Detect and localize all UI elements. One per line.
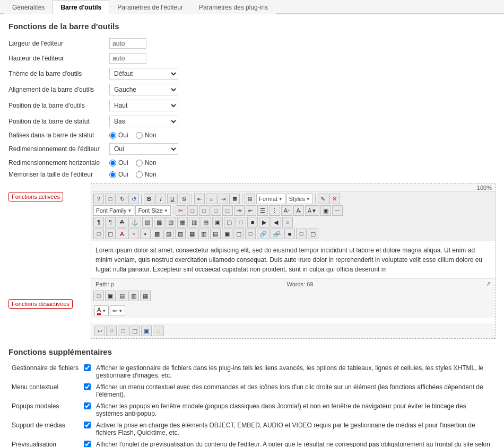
btn-r4-4[interactable]: ▫ <box>128 229 139 239</box>
btn-r4-17[interactable]: □ <box>296 229 307 239</box>
btn-special[interactable]: ▤ <box>245 194 255 204</box>
feature-check-0[interactable] <box>82 363 93 381</box>
feature-check-1[interactable] <box>82 382 93 400</box>
btn-img[interactable]: ☘ <box>117 217 127 227</box>
btn-paste3[interactable]: □ <box>222 205 233 216</box>
btn-paste1[interactable]: □ <box>199 205 210 216</box>
dropdown-styles[interactable]: Styles ▼ <box>286 194 313 204</box>
btn-edit[interactable]: ✎ <box>318 194 328 204</box>
btn-flash[interactable]: ○ <box>282 217 293 227</box>
btn-r4-3[interactable]: A <box>117 229 127 239</box>
tab-barre-outils[interactable]: Barre d'outils <box>53 0 109 14</box>
btn-d4[interactable]: ▥ <box>128 291 139 301</box>
feature-check-2[interactable] <box>82 401 93 419</box>
btn-d5[interactable]: ▦ <box>140 291 151 301</box>
btn-r4-12[interactable]: ▣ <box>222 229 232 239</box>
feature-check-4[interactable] <box>82 439 93 447</box>
feature-checkbox-2[interactable] <box>84 402 91 409</box>
btn-r4-9[interactable]: ▦ <box>187 229 197 239</box>
btn-paste2[interactable]: □ <box>211 205 221 216</box>
btn-link[interactable]: 🔗 <box>257 229 270 239</box>
tab-params-plugins[interactable]: Paramètres des plug-ins <box>191 0 276 14</box>
btn-list-ol[interactable]: ☰ <box>257 205 268 216</box>
btn-italic[interactable]: I <box>155 194 166 204</box>
btn-table5[interactable]: ▥ <box>189 217 199 227</box>
btn-list-ul[interactable]: ⋮ <box>269 205 280 216</box>
btn-b4[interactable]: ▢ <box>129 326 140 336</box>
btn-copy[interactable]: □ <box>187 205 198 216</box>
btn-media[interactable]: ▶ <box>259 217 270 227</box>
btn-align-justify[interactable]: ≣ <box>229 194 240 204</box>
feature-check-3[interactable] <box>82 420 93 438</box>
radio-balises-non[interactable]: Non <box>136 132 157 139</box>
radio-mem-non[interactable]: Non <box>136 171 157 178</box>
dropdown-font-size[interactable]: Font Size ▼ <box>135 205 170 216</box>
input-hauteur[interactable] <box>109 53 146 64</box>
feature-checkbox-4[interactable] <box>84 441 91 447</box>
btn-b1[interactable]: ↩ <box>94 326 105 336</box>
radio-input-redim-horiz-oui[interactable] <box>109 160 116 166</box>
btn-d1[interactable]: □ <box>93 291 104 301</box>
dropdown-bg-color[interactable]: ✏ ▼ <box>110 305 125 316</box>
btn-table1[interactable]: ▨ <box>142 217 153 227</box>
btn-b2[interactable]: ⚐ <box>106 326 117 336</box>
select-theme[interactable]: Défaut <box>109 68 178 80</box>
btn-para2[interactable]: ¶ <box>105 217 116 227</box>
btn-anchor[interactable]: ⚓ <box>128 217 141 227</box>
btn-outdent[interactable]: ⇤ <box>246 205 256 216</box>
btn-d3[interactable]: ▤ <box>117 291 127 301</box>
btn-special2[interactable]: ▣ <box>320 205 331 216</box>
btn-r4-2[interactable]: ▢ <box>105 229 116 239</box>
tab-generalites[interactable]: Généralités <box>4 0 53 14</box>
btn-cut[interactable]: ✂ <box>176 205 186 216</box>
btn-superscript[interactable]: A+ <box>281 205 292 216</box>
radio-input-mem-oui[interactable] <box>109 171 116 178</box>
select-redim[interactable]: Oui <box>109 143 178 155</box>
tab-params-editeur[interactable]: Paramètres de l'éditeur <box>109 0 191 14</box>
btn-b5[interactable]: ▣ <box>141 326 152 336</box>
btn-b6[interactable]: ☺ <box>153 326 164 336</box>
btn-r4-5[interactable]: ▪ <box>140 229 151 239</box>
radio-mem-oui[interactable]: Oui <box>109 171 128 178</box>
btn-movie[interactable]: ◀ <box>271 217 281 227</box>
select-position-statut[interactable]: Bas <box>109 116 178 127</box>
btn-indent[interactable]: ⇥ <box>234 205 245 216</box>
btn-r4-7[interactable]: ▨ <box>163 229 174 239</box>
btn-table3[interactable]: ▧ <box>166 217 176 227</box>
btn-undo[interactable]: ↻ <box>117 194 127 204</box>
btn-table6[interactable]: ▤ <box>201 217 211 227</box>
btn-remove[interactable]: ✕ <box>329 194 340 204</box>
btn-bold[interactable]: B <box>144 194 154 204</box>
btn-newdoc[interactable]: □ <box>105 194 116 204</box>
btn-table8[interactable]: ▢ <box>224 217 234 227</box>
select-alignement[interactable]: Gauche <box>109 84 178 95</box>
radio-redim-horiz-non[interactable]: Non <box>136 159 157 166</box>
btn-align-center[interactable]: ≡ <box>206 194 216 204</box>
radio-balises-oui[interactable]: Oui <box>109 132 128 139</box>
editor-resize-handle[interactable]: ↗ <box>486 281 491 287</box>
btn-r4-16[interactable]: ■ <box>284 229 295 239</box>
dropdown-format[interactable]: Format ▼ <box>256 194 285 204</box>
btn-table10[interactable]: ■ <box>247 217 258 227</box>
btn-align-left[interactable]: ⇤ <box>194 194 205 204</box>
feature-checkbox-0[interactable] <box>84 364 91 371</box>
btn-align-right[interactable]: ⇥ <box>218 194 228 204</box>
editor-content[interactable]: Lorem ipsum dolor sit amet, consectetur … <box>91 241 495 279</box>
select-position-barre[interactable]: Haut <box>109 100 178 111</box>
btn-help[interactable]: ? <box>93 194 104 204</box>
btn-subscript[interactable]: A- <box>293 205 304 216</box>
btn-d2[interactable]: ▣ <box>105 291 116 301</box>
btn-r4-8[interactable]: ▧ <box>175 229 186 239</box>
radio-input-balises-oui[interactable] <box>109 132 116 139</box>
btn-hr[interactable]: — <box>332 205 343 216</box>
btn-r4-18[interactable]: ▢ <box>308 229 318 239</box>
feature-checkbox-3[interactable] <box>84 422 91 428</box>
radio-redim-horiz-oui[interactable]: Oui <box>109 159 128 166</box>
radio-input-balises-non[interactable] <box>136 132 143 139</box>
btn-r4-1[interactable]: □ <box>93 229 104 239</box>
btn-r4-10[interactable]: ▥ <box>198 229 209 239</box>
radio-input-mem-non[interactable] <box>136 171 143 178</box>
input-largeur[interactable] <box>109 38 146 49</box>
dropdown-font-family[interactable]: Font Family ▼ <box>93 205 134 216</box>
btn-underline[interactable]: U <box>167 194 178 204</box>
